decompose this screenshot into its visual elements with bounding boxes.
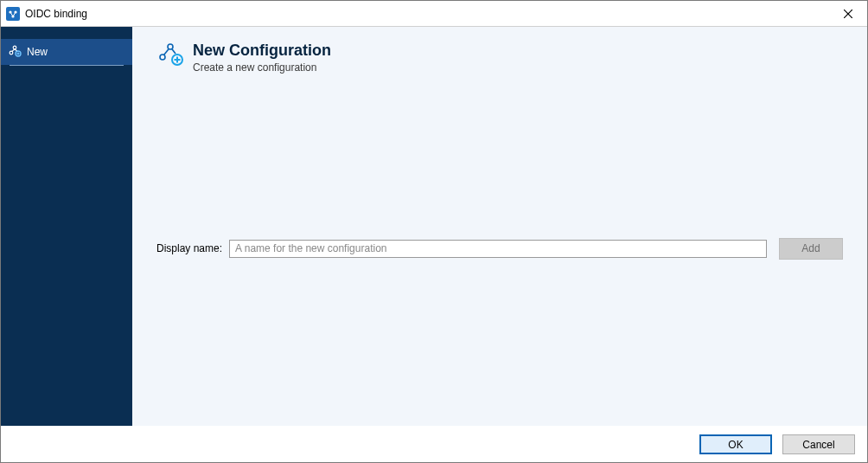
- cancel-button[interactable]: Cancel: [782, 434, 855, 454]
- sidebar-divider: [10, 65, 124, 66]
- sidebar-item-new[interactable]: New: [1, 39, 132, 65]
- window-close-button[interactable]: [828, 1, 867, 27]
- display-name-input[interactable]: [229, 240, 767, 258]
- svg-rect-0: [6, 7, 20, 21]
- sidebar: New: [1, 27, 132, 426]
- display-name-row: Display name: Add: [156, 238, 843, 260]
- add-button[interactable]: Add: [779, 238, 843, 260]
- svg-point-8: [13, 46, 16, 49]
- window-title: OIDC binding: [25, 8, 828, 20]
- sidebar-item-label: New: [27, 46, 48, 58]
- main-panel: New Configuration Create a new configura…: [132, 27, 867, 426]
- app-icon: [6, 7, 20, 21]
- svg-line-10: [12, 49, 15, 52]
- svg-point-15: [168, 44, 173, 49]
- display-name-label: Display name:: [156, 242, 222, 254]
- dialog-body: New New Confi: [1, 27, 867, 426]
- svg-line-18: [172, 48, 176, 54]
- page-header: New Configuration Create a new configura…: [156, 42, 843, 74]
- new-config-icon: [8, 45, 22, 59]
- page-header-texts: New Configuration Create a new configura…: [193, 42, 331, 74]
- new-config-large-icon: [156, 42, 184, 70]
- page-title: New Configuration: [193, 42, 331, 60]
- page-subtitle: Create a new configuration: [193, 61, 331, 74]
- dialog-window: OIDC binding: [0, 0, 868, 463]
- close-icon: [844, 10, 852, 18]
- svg-line-17: [164, 48, 169, 55]
- ok-button[interactable]: OK: [699, 434, 772, 454]
- titlebar: OIDC binding: [1, 1, 867, 27]
- dialog-footer: OK Cancel: [1, 426, 867, 462]
